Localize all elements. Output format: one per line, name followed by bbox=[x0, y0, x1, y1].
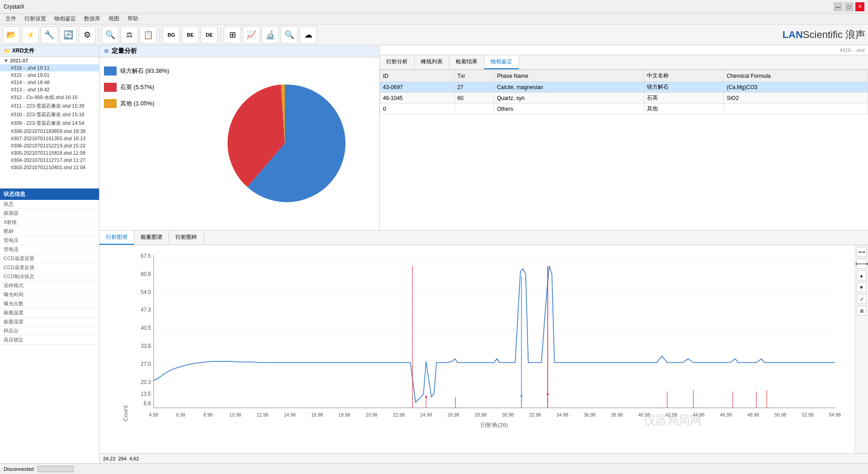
diff-chart-container: Count 67.5 60.8 54.0 47.3 40.5 33.8 27 bbox=[99, 245, 868, 453]
phase-table-container: ID Txr Phase Name 中文名称 Chemical Formula … bbox=[380, 70, 868, 230]
file-item[interactable]: #314 - .shd 18:48 bbox=[0, 79, 99, 86]
status-row: X射线 bbox=[0, 218, 99, 227]
menu-view[interactable]: 视图 bbox=[105, 14, 123, 24]
cell-txr: 60 bbox=[454, 93, 494, 104]
cell-id: 43-0697 bbox=[380, 82, 455, 93]
status-label: 靶材 bbox=[4, 228, 40, 235]
file-item[interactable]: #309 - 223-雪花石膏岩.shd 14:54 bbox=[0, 119, 99, 128]
file-item[interactable]: #310 - 223-雪花石膏岩.shd 15:18 bbox=[0, 110, 99, 119]
tool-up[interactable]: ▲ bbox=[857, 270, 867, 280]
svg-text:30.98: 30.98 bbox=[502, 412, 514, 417]
svg-text:6.8: 6.8 bbox=[144, 400, 151, 406]
file-item[interactable]: #312 - Co-900-水纸.shd 16:16 bbox=[0, 93, 99, 102]
toolbar-search[interactable]: 🔬 bbox=[262, 26, 279, 43]
file-item[interactable]: #308-20210701183859.shd 18:39 bbox=[0, 128, 99, 135]
toolbar-open[interactable]: 📂 bbox=[3, 26, 20, 43]
tool-grid[interactable]: ⊞ bbox=[857, 306, 867, 316]
status-row: 状态 bbox=[0, 200, 99, 209]
file-item[interactable]: #315 - .shd 19:01 bbox=[0, 71, 99, 79]
toolbar-be[interactable]: BE bbox=[182, 26, 199, 43]
svg-text:40.5: 40.5 bbox=[141, 325, 151, 331]
file-item[interactable]: #307-20210701161355.shd 16:13 bbox=[0, 135, 99, 142]
tab-diffraction-spectrum[interactable]: 衍射图谱 bbox=[99, 231, 134, 245]
status-label: CCD温度设置 bbox=[4, 255, 40, 262]
col-txr: Txr bbox=[454, 70, 494, 82]
diff-tabs: 衍射图谱 能量图谱 衍射图样 bbox=[99, 231, 868, 245]
toolbar-peak[interactable]: 📈 bbox=[243, 26, 260, 43]
svg-text:18.98: 18.98 bbox=[339, 412, 350, 417]
tab-search-results[interactable]: 检索结果 bbox=[449, 55, 484, 69]
toolbar-cloud[interactable]: ☁ bbox=[300, 26, 317, 43]
peak-marker-2 bbox=[520, 395, 523, 397]
svg-text:27.0: 27.0 bbox=[141, 361, 151, 367]
folder-item[interactable]: ▼ 2021-07 bbox=[0, 57, 99, 64]
tool-down[interactable]: ▼ bbox=[857, 282, 867, 292]
status-label: 探测器 bbox=[4, 210, 40, 217]
app-title: CrystaIX bbox=[4, 4, 24, 10]
cell-phase-name: Quartz, syn bbox=[494, 93, 644, 104]
separator-2 bbox=[160, 28, 160, 42]
table-row[interactable]: 43-0697 27 Calcite, magnesian 镁方解石 (Ca,M… bbox=[380, 82, 868, 93]
svg-text:6.98: 6.98 bbox=[176, 412, 185, 417]
toolbar-bg[interactable]: BG bbox=[163, 26, 180, 43]
status-value bbox=[40, 246, 95, 253]
svg-text:33.8: 33.8 bbox=[141, 343, 151, 349]
toolbar-grid[interactable]: ⊞ bbox=[224, 26, 241, 43]
toolbar-settings[interactable]: ⚙ bbox=[79, 26, 96, 43]
file-item[interactable]: #305-20210701115818.shd 11:58 bbox=[0, 149, 99, 156]
minimize-button[interactable]: — bbox=[834, 2, 843, 11]
diff-footer: 24.22 264 4.62 bbox=[99, 453, 868, 463]
file-item[interactable]: #316 - .shd 19:11 bbox=[0, 64, 99, 71]
quant-icon: ⚙ bbox=[104, 48, 109, 54]
maximize-button[interactable]: □ bbox=[844, 2, 854, 11]
file-item[interactable]: #304-20210701112717.shd 11:27 bbox=[0, 156, 99, 164]
toolbar-report[interactable]: 📋 bbox=[140, 26, 157, 43]
file-item[interactable]: #311 - 223-雪花石膏岩.shd 15:39 bbox=[0, 102, 99, 110]
status-label: X射线 bbox=[4, 219, 40, 226]
menu-file[interactable]: 文件 bbox=[2, 14, 20, 24]
table-row[interactable]: 0 Others 其他 bbox=[380, 104, 868, 114]
file-item[interactable]: #313 - .shd 18:42 bbox=[0, 86, 99, 93]
title-bar: CrystaIX — □ ✕ bbox=[0, 0, 868, 14]
tab-energy-spectrum[interactable]: 能量图谱 bbox=[134, 231, 169, 245]
menu-diffraction-settings[interactable]: 衍射设置 bbox=[21, 14, 50, 24]
toolbar-circular[interactable]: 🔄 bbox=[60, 26, 77, 43]
svg-text:Count: Count bbox=[122, 405, 129, 422]
status-label: 板载温度 bbox=[4, 309, 40, 316]
menu-help[interactable]: 帮助 bbox=[124, 14, 142, 24]
file-list[interactable]: ▼ 2021-07 #316 - .shd 19:11#315 - .shd 1… bbox=[0, 57, 99, 188]
watermark: 仪器局局网 bbox=[644, 413, 701, 427]
toolbar-zoom[interactable]: 🔍 bbox=[281, 26, 298, 43]
tab-phase-id[interactable]: 物相鉴定 bbox=[484, 55, 519, 69]
tool-fullscreen[interactable]: ⤢ bbox=[857, 294, 867, 304]
status-value bbox=[40, 228, 95, 235]
toolbar-fingerprint[interactable]: 🔍 bbox=[102, 26, 119, 43]
svg-text:10.98: 10.98 bbox=[229, 412, 241, 417]
peak-marker-1 bbox=[425, 396, 427, 398]
status-label: 状态 bbox=[4, 201, 40, 208]
status-label: 管电压 bbox=[4, 237, 40, 244]
top-panels: ⚙ 定量分析 镁方解石 (93.38%) 石英 (5.57%) bbox=[99, 45, 868, 231]
tab-diffraction-analysis[interactable]: 衍射分析 bbox=[380, 55, 415, 69]
col-phase-name: Phase Name bbox=[494, 70, 644, 82]
tab-peak-list[interactable]: 峰线列表 bbox=[415, 55, 449, 69]
close-button[interactable]: ✕ bbox=[855, 2, 864, 11]
tab-diffraction-pattern[interactable]: 衍射图样 bbox=[169, 231, 204, 245]
tool-expand[interactable]: ⟷ bbox=[857, 247, 867, 257]
toolbar-instrument[interactable]: 🔧 bbox=[41, 26, 58, 43]
file-item[interactable]: #306-20210701152219.shd 15:22 bbox=[0, 142, 99, 149]
table-row[interactable]: 46-1045 60 Quartz, syn 石英 SiO2 bbox=[380, 93, 868, 104]
toolbar-filter[interactable]: ⚡ bbox=[22, 26, 39, 43]
status-value bbox=[40, 201, 95, 208]
menu-database[interactable]: 数据库 bbox=[80, 14, 104, 24]
svg-text:20.98: 20.98 bbox=[366, 412, 377, 417]
toolbar-balance[interactable]: ⚖ bbox=[121, 26, 138, 43]
menu-phase-id[interactable]: 物相鉴定 bbox=[51, 14, 80, 24]
toolbar-de[interactable]: DE bbox=[201, 26, 218, 43]
file-item[interactable]: #303-20210701110401.shd 11:04 bbox=[0, 164, 99, 171]
svg-text:32.98: 32.98 bbox=[529, 412, 541, 417]
brand: LANScientific 浪声 bbox=[783, 28, 865, 42]
legend-item-1: 镁方解石 (93.38%) bbox=[104, 66, 185, 76]
status-value bbox=[40, 237, 95, 244]
tool-compress[interactable]: ⟵⟶ bbox=[857, 259, 867, 269]
